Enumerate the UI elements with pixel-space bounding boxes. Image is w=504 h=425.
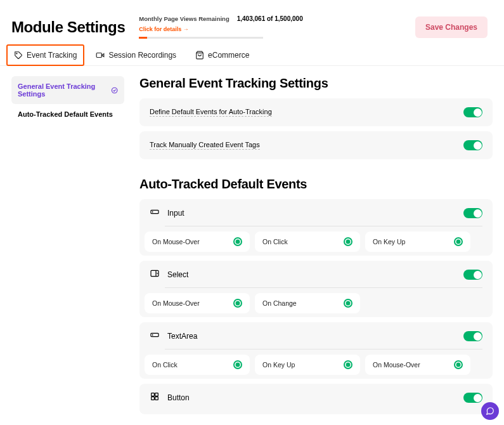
- usage-progress-bar: [139, 37, 263, 39]
- sidenav-item-general[interactable]: General Event Tracking Settings: [11, 76, 124, 104]
- trigger-chip[interactable]: On Mouse-Over: [145, 232, 250, 252]
- svg-rect-4: [151, 210, 158, 213]
- element-type-icon: [150, 330, 160, 343]
- setting-label: Define Default Events for Auto-Tracking: [150, 108, 272, 117]
- svg-rect-10: [152, 393, 155, 396]
- main-content: General Event Tracking Settings Define D…: [139, 76, 493, 419]
- tab-label: Session Recordings: [108, 51, 176, 60]
- event-group: TextArea On Click On Key Up On Mouse-Ove…: [139, 322, 493, 379]
- trigger-radio[interactable]: [344, 299, 352, 308]
- check-circle-icon: [111, 86, 118, 95]
- trigger-radio[interactable]: [233, 299, 242, 308]
- trigger-label: On Mouse-Over: [373, 361, 420, 369]
- setting-toggle[interactable]: [463, 107, 482, 117]
- element-type-icon: [150, 268, 160, 281]
- event-group-name: Button: [167, 393, 456, 402]
- trigger-label: On Key Up: [262, 361, 295, 369]
- page-title: Module Settings: [11, 18, 125, 36]
- usage-label: Monthly Page Views Remaining: [139, 15, 229, 22]
- trigger-chip[interactable]: On Change: [255, 293, 360, 313]
- trigger-radio[interactable]: [454, 360, 463, 369]
- tab-label: eCommerce: [208, 51, 249, 60]
- setting-card: Track Manually Created Event Tags: [139, 131, 493, 159]
- setting-label: Track Manually Created Event Tags: [150, 141, 260, 150]
- save-button[interactable]: Save Changes: [415, 16, 488, 38]
- trigger-radio[interactable]: [344, 360, 352, 369]
- tab-session-recordings[interactable]: Session Recordings: [88, 44, 184, 66]
- video-icon: [96, 51, 105, 60]
- event-group-name: Select: [167, 270, 456, 279]
- setting-card: Define Default Events for Auto-Tracking: [139, 98, 493, 126]
- element-type-icon: [150, 391, 160, 404]
- trigger-chip[interactable]: On Mouse-Over: [145, 293, 250, 313]
- trigger-label: On Mouse-Over: [152, 299, 200, 307]
- svg-rect-12: [152, 397, 155, 400]
- event-group-toggle[interactable]: [463, 331, 482, 341]
- event-group: Input On Mouse-Over On Click On Key Up: [139, 199, 493, 256]
- sidenav-item-label: General Event Tracking Settings: [18, 82, 111, 98]
- tab-ecommerce[interactable]: eCommerce: [188, 44, 257, 66]
- event-group: Button: [139, 384, 493, 414]
- event-group-name: TextArea: [167, 332, 456, 341]
- trigger-chip[interactable]: On Mouse-Over: [365, 355, 470, 375]
- svg-rect-8: [151, 333, 158, 336]
- sidenav-item-label: Auto-Tracked Default Events: [18, 110, 113, 118]
- element-type-icon: [150, 207, 160, 219]
- event-group-name: Input: [167, 209, 456, 218]
- usage-block: Monthly Page Views Remaining Click for d…: [139, 15, 302, 39]
- trigger-radio[interactable]: [233, 360, 242, 369]
- trigger-label: On Click: [262, 238, 288, 245]
- trigger-radio[interactable]: [344, 237, 352, 246]
- trigger-radio[interactable]: [233, 237, 242, 246]
- svg-rect-13: [155, 397, 158, 400]
- svg-point-0: [16, 53, 17, 54]
- help-fab[interactable]: [481, 402, 499, 420]
- section-title-general: General Event Tracking Settings: [139, 76, 493, 91]
- tag-icon: [14, 51, 23, 60]
- event-group: Select On Mouse-Over On Change: [139, 261, 493, 317]
- trigger-label: On Click: [152, 361, 178, 369]
- trigger-chip[interactable]: On Key Up: [255, 355, 360, 375]
- usage-numbers: 1,403,061 of 1,500,000: [237, 15, 303, 22]
- tabs: Event Tracking Session Recordings eComme…: [0, 44, 504, 66]
- sidenav-item-auto[interactable]: Auto-Tracked Default Events: [11, 104, 124, 124]
- trigger-label: On Change: [262, 299, 297, 307]
- trigger-label: On Mouse-Over: [152, 238, 200, 245]
- tab-label: Event Tracking: [27, 51, 77, 60]
- trigger-radio[interactable]: [454, 237, 463, 246]
- trigger-chip[interactable]: On Click: [255, 232, 360, 252]
- sidenav: General Event Tracking Settings Auto-Tra…: [11, 76, 124, 419]
- trigger-chip[interactable]: On Key Up: [365, 232, 470, 252]
- svg-rect-1: [97, 53, 102, 58]
- setting-toggle[interactable]: [463, 140, 482, 150]
- chat-icon: [486, 407, 494, 415]
- event-group-toggle[interactable]: [463, 208, 482, 218]
- svg-rect-11: [155, 393, 158, 396]
- trigger-label: On Key Up: [373, 238, 405, 245]
- bag-icon: [195, 51, 204, 60]
- event-group-toggle[interactable]: [463, 270, 482, 280]
- event-group-toggle[interactable]: [463, 393, 482, 403]
- tab-event-tracking[interactable]: Event Tracking: [6, 44, 84, 66]
- section-title-auto: Auto-Tracked Default Events: [139, 177, 493, 192]
- trigger-chip[interactable]: On Click: [145, 355, 250, 375]
- usage-details-link[interactable]: Click for details →: [139, 26, 189, 32]
